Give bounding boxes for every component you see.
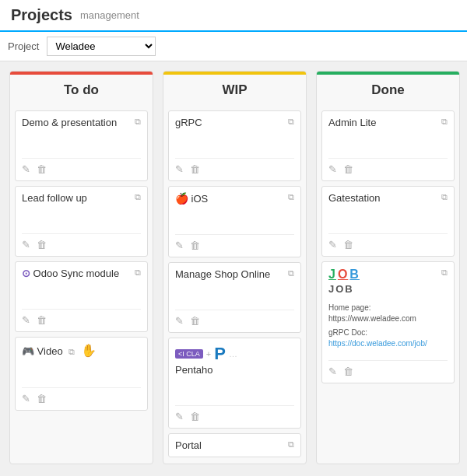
card-grpc-title: gRPC — [175, 117, 285, 128]
app-header: Projects management Project Weladee — [0, 0, 467, 61]
column-wip-body: gRPC ⧉ ✎ 🗑 🍎 iOS ⧉ ✎ — [163, 106, 306, 464]
job-o: O — [338, 268, 348, 282]
edit-icon[interactable]: ✎ — [22, 239, 30, 250]
edit-icon[interactable]: ✎ — [175, 411, 184, 422]
card-lead: Lead follow up ⧉ ✎ 🗑 — [15, 186, 148, 257]
column-todo-header: To do — [10, 72, 153, 106]
card-copy-icon[interactable]: ⧉ — [288, 268, 294, 278]
delete-icon[interactable]: 🗑 — [190, 411, 200, 422]
card-gatestation-title: Gatestation — [328, 192, 438, 204]
column-wip: WIP gRPC ⧉ ✎ 🗑 🍎 iOS ⧉ — [163, 71, 307, 464]
delete-icon[interactable]: 🗑 — [37, 393, 47, 404]
card-odoo-content — [22, 279, 141, 303]
card-adminlite-title: Admin Lite — [328, 117, 438, 128]
column-done-header: Done — [317, 72, 459, 106]
card-odoo-title: ⊙ Odoo Sync module — [22, 268, 132, 279]
edit-icon[interactable]: ✎ — [175, 163, 184, 175]
column-todo-body: Demo & presentation ⧉ ✎ 🗑 Lead follow up… — [10, 106, 153, 464]
job-grpc: gRPC Doc: https://doc.weladee.com/job/ — [328, 327, 448, 349]
job-b: B — [349, 268, 360, 282]
card-lead-title: Lead follow up — [22, 192, 132, 204]
project-filter-label: Project — [8, 40, 39, 52]
card-copy-icon[interactable]: ⧉ — [288, 439, 294, 450]
card-copy-icon[interactable]: ⧉ — [441, 192, 448, 202]
card-portal-title: Portal — [175, 439, 285, 451]
video-icon: 🎮 — [22, 345, 34, 357]
job-text: JOB — [328, 283, 354, 295]
card-demo-content — [22, 128, 141, 152]
kanban-board: To do Demo & presentation ⧉ ✎ 🗑 Lead fol… — [0, 61, 467, 474]
delete-icon[interactable]: 🗑 — [190, 315, 200, 327]
card-video: 🎮 Video ⧉ ✋ ✎ 🗑 — [15, 337, 148, 411]
job-j: J — [328, 268, 336, 282]
pentaho-badge: <I CLA — [175, 349, 203, 359]
card-demo: Demo & presentation ⧉ ✎ 🗑 — [15, 110, 148, 181]
card-copy-icon[interactable]: ⧉ — [441, 268, 448, 278]
hand-icon: ✋ — [81, 344, 97, 357]
card-copy-icon[interactable]: ⧉ — [288, 117, 294, 127]
edit-icon[interactable]: ✎ — [175, 315, 184, 327]
card-grpc-content — [175, 128, 294, 152]
card-manage-shop-title: Manage Shop Online — [175, 268, 285, 280]
card-copy-icon[interactable]: ⧉ — [135, 117, 141, 127]
edit-icon[interactable]: ✎ — [328, 239, 337, 250]
delete-icon[interactable]: 🗑 — [190, 163, 200, 175]
card-video-content — [22, 358, 141, 381]
column-done: Done Admin Lite ⧉ ✎ 🗑 Gatestation ⧉ — [316, 71, 460, 464]
edit-icon[interactable]: ✎ — [22, 163, 30, 175]
card-odoo: ⊙ Odoo Sync module ⧉ ✎ 🗑 — [15, 261, 148, 332]
card-manage-shop-content — [175, 280, 294, 303]
card-ios-title: 🍎 iOS — [175, 192, 285, 205]
page-title: Projects — [11, 6, 72, 24]
card-job: J O B JOB ⧉ Home page: https://www.welad… — [321, 261, 455, 383]
card-copy-icon[interactable]: ⧉ — [135, 268, 141, 278]
page-subtitle: management — [80, 9, 139, 21]
card-adminlite-content — [328, 128, 448, 152]
card-lead-content — [22, 204, 141, 227]
card-gatestation-content — [328, 204, 448, 227]
pentaho-label: Pentaho — [175, 364, 212, 376]
edit-icon[interactable]: ✎ — [328, 163, 337, 175]
card-ios: 🍎 iOS ⧉ ✎ 🗑 — [168, 186, 301, 257]
card-pentaho-title: <I CLA + P … Pentaho — [175, 344, 294, 376]
pentaho-p-icon: P — [214, 344, 226, 364]
pentaho-dots: … — [229, 349, 237, 359]
edit-icon[interactable]: ✎ — [22, 393, 30, 404]
delete-icon[interactable]: 🗑 — [37, 239, 47, 250]
card-video-title: 🎮 Video ⧉ ✋ — [22, 343, 141, 358]
delete-icon[interactable]: 🗑 — [190, 240, 200, 251]
card-manage-shop: Manage Shop Online ⧉ ✎ 🗑 — [168, 262, 301, 333]
card-copy-icon[interactable]: ⧉ — [135, 192, 141, 202]
delete-icon[interactable]: 🗑 — [343, 239, 353, 250]
card-gatestation: Gatestation ⧉ ✎ 🗑 — [321, 186, 455, 257]
card-job-content: Home page: https://www.weladee.com gRPC … — [328, 295, 448, 354]
column-done-body: Admin Lite ⧉ ✎ 🗑 Gatestation ⧉ ✎ 🗑 — [317, 106, 459, 464]
odoo-icon: ⊙ — [22, 268, 30, 279]
edit-icon[interactable]: ✎ — [328, 366, 337, 377]
edit-icon[interactable]: ✎ — [22, 314, 30, 326]
delete-icon[interactable]: 🗑 — [343, 163, 353, 175]
card-ios-content — [175, 205, 294, 228]
card-pentaho: <I CLA + P … Pentaho ✎ 🗑 — [168, 338, 301, 429]
pentaho-plus: + — [206, 349, 211, 359]
job-link[interactable]: https://doc.weladee.com/job/ — [328, 339, 427, 348]
apple-icon: 🍎 — [175, 192, 188, 205]
edit-icon[interactable]: ✎ — [175, 240, 184, 251]
job-homepage: Home page: https://www.weladee.com — [328, 303, 448, 324]
card-demo-title: Demo & presentation — [22, 117, 132, 128]
card-grpc: gRPC ⧉ ✎ 🗑 — [168, 110, 301, 181]
card-copy-icon[interactable]: ⧉ — [68, 347, 75, 356]
column-todo: To do Demo & presentation ⧉ ✎ 🗑 Lead fol… — [9, 71, 153, 464]
card-copy-icon[interactable]: ⧉ — [441, 117, 448, 127]
delete-icon[interactable]: 🗑 — [37, 314, 47, 326]
project-select[interactable]: Weladee — [47, 37, 156, 56]
column-wip-header: WIP — [163, 72, 306, 106]
delete-icon[interactable]: 🗑 — [343, 366, 353, 377]
card-pentaho-content — [175, 376, 294, 399]
card-portal: Portal ⧉ — [168, 433, 301, 457]
card-copy-icon[interactable]: ⧉ — [288, 192, 294, 202]
card-adminlite: Admin Lite ⧉ ✎ 🗑 — [321, 110, 455, 181]
delete-icon[interactable]: 🗑 — [37, 163, 47, 175]
card-job-title: J O B JOB — [328, 268, 438, 295]
